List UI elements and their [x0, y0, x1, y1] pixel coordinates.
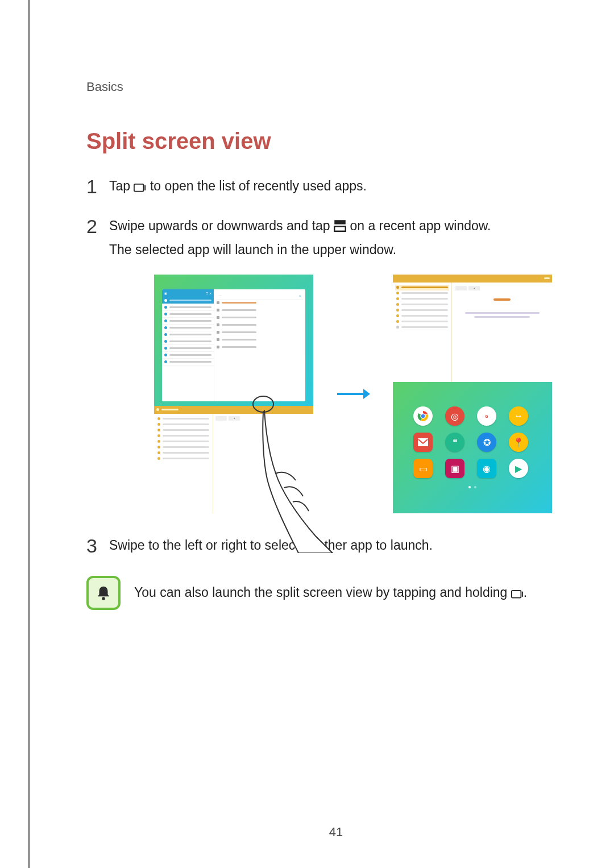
svg-rect-3: [334, 226, 346, 231]
app-grid: ◎ G ↔ ❝ ✪ 📍 ▭ ▣ ◉ ▶: [413, 406, 532, 478]
note-pre: You can also launch the split screen vie…: [134, 585, 511, 600]
step-1-post: to open the list of recently used apps.: [150, 178, 367, 193]
app-target-icon: ◎: [445, 406, 464, 426]
recent-apps-icon: [134, 178, 146, 189]
page-title: Split screen view: [86, 128, 586, 154]
note-text: You can also launch the split screen vie…: [134, 585, 527, 600]
svg-point-11: [102, 597, 105, 600]
step-2-post: on a recent app window.: [350, 218, 491, 233]
step-text: Swipe to the left or right to select ano…: [109, 536, 586, 554]
step-2-line2: The selected app will launch in the uppe…: [109, 242, 396, 257]
app-play-icon: ▶: [509, 459, 528, 478]
step-1-pre: Tap: [109, 178, 134, 193]
svg-rect-13: [522, 591, 523, 596]
svg-rect-1: [145, 185, 146, 190]
svg-rect-0: [134, 184, 144, 191]
tablet-before: ▣☐ ✕ —●: [154, 275, 313, 513]
bell-icon: [86, 576, 121, 610]
step-number: 2: [86, 213, 109, 240]
note-post: .: [524, 585, 527, 600]
section-label: Basics: [86, 80, 586, 94]
page-indicator: [468, 486, 476, 488]
svg-marker-6: [363, 389, 370, 399]
app-photo-icon: ◉: [477, 459, 496, 478]
step-2-pre: Swipe upwards or downwards and tap: [109, 218, 334, 233]
step-3: 3 Swipe to the left or right to select a…: [86, 536, 586, 560]
app-galaxy-icon: G: [477, 406, 496, 426]
step-text: Tap to open the list of recently used ap…: [109, 177, 586, 195]
app-folder-icon: ▭: [413, 459, 433, 478]
split-view-icon: [334, 218, 346, 229]
step-2: 2 Swipe upwards or downwards and tap on …: [86, 217, 586, 259]
step-1: 1 Tap to open the list of recently used …: [86, 177, 586, 201]
app-video-icon: ▣: [445, 459, 464, 478]
arrow-right-icon: [336, 385, 370, 402]
app-gmail-icon: [413, 433, 433, 452]
note: You can also launch the split screen vie…: [86, 576, 586, 610]
app-maps-icon: 📍: [509, 433, 528, 452]
step-text: Swipe upwards or downwards and tap on a …: [109, 217, 586, 259]
recent-apps-icon: [511, 587, 524, 597]
svg-rect-10: [418, 438, 428, 446]
app-chrome-icon: [413, 406, 433, 426]
illustration: ▣☐ ✕ —●: [121, 275, 586, 513]
svg-point-9: [421, 414, 425, 418]
page: Basics Split screen view 1 Tap to open t…: [28, 0, 614, 868]
step-number: 1: [86, 173, 109, 201]
step-number: 3: [86, 533, 109, 560]
tablet-after: + ◎ G ↔: [393, 275, 552, 513]
page-number: 41: [30, 825, 614, 840]
app-swap-icon: ↔: [509, 406, 528, 426]
app-quote-icon: ❝: [445, 433, 464, 452]
svg-rect-2: [334, 220, 346, 224]
app-globe-icon: ✪: [477, 433, 496, 452]
svg-rect-12: [512, 590, 521, 597]
